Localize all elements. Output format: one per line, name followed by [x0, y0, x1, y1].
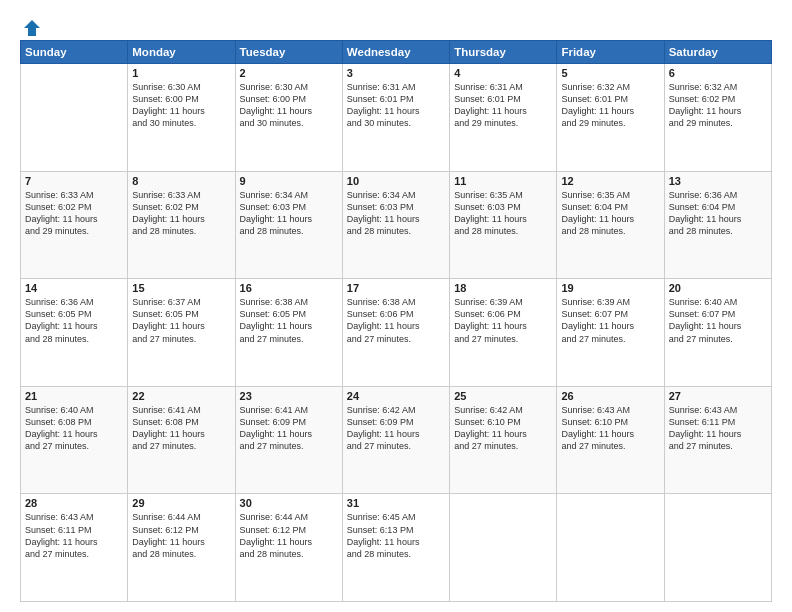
day-info: Sunrise: 6:40 AM Sunset: 6:07 PM Dayligh… — [669, 296, 767, 345]
day-number: 10 — [347, 175, 445, 187]
calendar-cell: 23Sunrise: 6:41 AM Sunset: 6:09 PM Dayli… — [235, 386, 342, 494]
day-number: 8 — [132, 175, 230, 187]
calendar-week-row: 1Sunrise: 6:30 AM Sunset: 6:00 PM Daylig… — [21, 64, 772, 172]
day-number: 16 — [240, 282, 338, 294]
day-number: 17 — [347, 282, 445, 294]
calendar-cell: 18Sunrise: 6:39 AM Sunset: 6:06 PM Dayli… — [450, 279, 557, 387]
calendar-cell — [450, 494, 557, 602]
calendar-cell: 1Sunrise: 6:30 AM Sunset: 6:00 PM Daylig… — [128, 64, 235, 172]
calendar-cell: 22Sunrise: 6:41 AM Sunset: 6:08 PM Dayli… — [128, 386, 235, 494]
day-number: 29 — [132, 497, 230, 509]
day-number: 20 — [669, 282, 767, 294]
day-info: Sunrise: 6:43 AM Sunset: 6:11 PM Dayligh… — [25, 511, 123, 560]
day-number: 13 — [669, 175, 767, 187]
day-info: Sunrise: 6:36 AM Sunset: 6:04 PM Dayligh… — [669, 189, 767, 238]
day-info: Sunrise: 6:33 AM Sunset: 6:02 PM Dayligh… — [25, 189, 123, 238]
calendar-week-row: 7Sunrise: 6:33 AM Sunset: 6:02 PM Daylig… — [21, 171, 772, 279]
calendar-cell — [557, 494, 664, 602]
page: SundayMondayTuesdayWednesdayThursdayFrid… — [0, 0, 792, 612]
day-number: 4 — [454, 67, 552, 79]
calendar-cell: 14Sunrise: 6:36 AM Sunset: 6:05 PM Dayli… — [21, 279, 128, 387]
day-number: 24 — [347, 390, 445, 402]
weekday-header: Saturday — [664, 41, 771, 64]
day-info: Sunrise: 6:41 AM Sunset: 6:08 PM Dayligh… — [132, 404, 230, 453]
weekday-header: Sunday — [21, 41, 128, 64]
calendar-cell: 20Sunrise: 6:40 AM Sunset: 6:07 PM Dayli… — [664, 279, 771, 387]
day-number: 2 — [240, 67, 338, 79]
calendar-week-row: 28Sunrise: 6:43 AM Sunset: 6:11 PM Dayli… — [21, 494, 772, 602]
day-number: 23 — [240, 390, 338, 402]
day-number: 18 — [454, 282, 552, 294]
day-info: Sunrise: 6:32 AM Sunset: 6:02 PM Dayligh… — [669, 81, 767, 130]
day-info: Sunrise: 6:38 AM Sunset: 6:05 PM Dayligh… — [240, 296, 338, 345]
logo-icon — [22, 18, 42, 38]
day-number: 22 — [132, 390, 230, 402]
day-info: Sunrise: 6:31 AM Sunset: 6:01 PM Dayligh… — [454, 81, 552, 130]
day-number: 15 — [132, 282, 230, 294]
calendar-cell: 28Sunrise: 6:43 AM Sunset: 6:11 PM Dayli… — [21, 494, 128, 602]
calendar-header-row: SundayMondayTuesdayWednesdayThursdayFrid… — [21, 41, 772, 64]
day-number: 19 — [561, 282, 659, 294]
calendar-table: SundayMondayTuesdayWednesdayThursdayFrid… — [20, 40, 772, 602]
day-info: Sunrise: 6:34 AM Sunset: 6:03 PM Dayligh… — [240, 189, 338, 238]
day-info: Sunrise: 6:30 AM Sunset: 6:00 PM Dayligh… — [240, 81, 338, 130]
day-number: 11 — [454, 175, 552, 187]
weekday-header: Tuesday — [235, 41, 342, 64]
calendar-cell: 15Sunrise: 6:37 AM Sunset: 6:05 PM Dayli… — [128, 279, 235, 387]
calendar-cell: 31Sunrise: 6:45 AM Sunset: 6:13 PM Dayli… — [342, 494, 449, 602]
day-info: Sunrise: 6:37 AM Sunset: 6:05 PM Dayligh… — [132, 296, 230, 345]
day-info: Sunrise: 6:33 AM Sunset: 6:02 PM Dayligh… — [132, 189, 230, 238]
day-number: 27 — [669, 390, 767, 402]
calendar-cell: 26Sunrise: 6:43 AM Sunset: 6:10 PM Dayli… — [557, 386, 664, 494]
day-info: Sunrise: 6:42 AM Sunset: 6:09 PM Dayligh… — [347, 404, 445, 453]
day-info: Sunrise: 6:36 AM Sunset: 6:05 PM Dayligh… — [25, 296, 123, 345]
day-info: Sunrise: 6:42 AM Sunset: 6:10 PM Dayligh… — [454, 404, 552, 453]
calendar-cell: 3Sunrise: 6:31 AM Sunset: 6:01 PM Daylig… — [342, 64, 449, 172]
day-number: 9 — [240, 175, 338, 187]
day-number: 25 — [454, 390, 552, 402]
calendar-cell: 27Sunrise: 6:43 AM Sunset: 6:11 PM Dayli… — [664, 386, 771, 494]
day-number: 21 — [25, 390, 123, 402]
calendar-cell — [664, 494, 771, 602]
day-info: Sunrise: 6:41 AM Sunset: 6:09 PM Dayligh… — [240, 404, 338, 453]
day-number: 3 — [347, 67, 445, 79]
calendar-cell: 9Sunrise: 6:34 AM Sunset: 6:03 PM Daylig… — [235, 171, 342, 279]
day-number: 7 — [25, 175, 123, 187]
day-info: Sunrise: 6:39 AM Sunset: 6:07 PM Dayligh… — [561, 296, 659, 345]
day-number: 28 — [25, 497, 123, 509]
day-info: Sunrise: 6:44 AM Sunset: 6:12 PM Dayligh… — [132, 511, 230, 560]
calendar-cell: 24Sunrise: 6:42 AM Sunset: 6:09 PM Dayli… — [342, 386, 449, 494]
day-info: Sunrise: 6:30 AM Sunset: 6:00 PM Dayligh… — [132, 81, 230, 130]
weekday-header: Monday — [128, 41, 235, 64]
day-number: 30 — [240, 497, 338, 509]
day-info: Sunrise: 6:43 AM Sunset: 6:10 PM Dayligh… — [561, 404, 659, 453]
calendar-cell: 19Sunrise: 6:39 AM Sunset: 6:07 PM Dayli… — [557, 279, 664, 387]
calendar-cell: 13Sunrise: 6:36 AM Sunset: 6:04 PM Dayli… — [664, 171, 771, 279]
day-number: 14 — [25, 282, 123, 294]
calendar-cell: 8Sunrise: 6:33 AM Sunset: 6:02 PM Daylig… — [128, 171, 235, 279]
calendar-cell: 11Sunrise: 6:35 AM Sunset: 6:03 PM Dayli… — [450, 171, 557, 279]
calendar-cell: 21Sunrise: 6:40 AM Sunset: 6:08 PM Dayli… — [21, 386, 128, 494]
calendar-cell: 12Sunrise: 6:35 AM Sunset: 6:04 PM Dayli… — [557, 171, 664, 279]
svg-marker-0 — [24, 20, 40, 36]
day-number: 6 — [669, 67, 767, 79]
day-info: Sunrise: 6:35 AM Sunset: 6:03 PM Dayligh… — [454, 189, 552, 238]
calendar-cell — [21, 64, 128, 172]
day-number: 1 — [132, 67, 230, 79]
calendar-cell: 4Sunrise: 6:31 AM Sunset: 6:01 PM Daylig… — [450, 64, 557, 172]
day-info: Sunrise: 6:43 AM Sunset: 6:11 PM Dayligh… — [669, 404, 767, 453]
day-info: Sunrise: 6:32 AM Sunset: 6:01 PM Dayligh… — [561, 81, 659, 130]
day-info: Sunrise: 6:45 AM Sunset: 6:13 PM Dayligh… — [347, 511, 445, 560]
calendar-cell: 25Sunrise: 6:42 AM Sunset: 6:10 PM Dayli… — [450, 386, 557, 494]
day-info: Sunrise: 6:38 AM Sunset: 6:06 PM Dayligh… — [347, 296, 445, 345]
weekday-header: Thursday — [450, 41, 557, 64]
calendar-cell: 5Sunrise: 6:32 AM Sunset: 6:01 PM Daylig… — [557, 64, 664, 172]
day-number: 26 — [561, 390, 659, 402]
calendar-cell: 30Sunrise: 6:44 AM Sunset: 6:12 PM Dayli… — [235, 494, 342, 602]
calendar-cell: 2Sunrise: 6:30 AM Sunset: 6:00 PM Daylig… — [235, 64, 342, 172]
day-info: Sunrise: 6:35 AM Sunset: 6:04 PM Dayligh… — [561, 189, 659, 238]
weekday-header: Wednesday — [342, 41, 449, 64]
calendar-cell: 17Sunrise: 6:38 AM Sunset: 6:06 PM Dayli… — [342, 279, 449, 387]
day-number: 12 — [561, 175, 659, 187]
day-number: 5 — [561, 67, 659, 79]
